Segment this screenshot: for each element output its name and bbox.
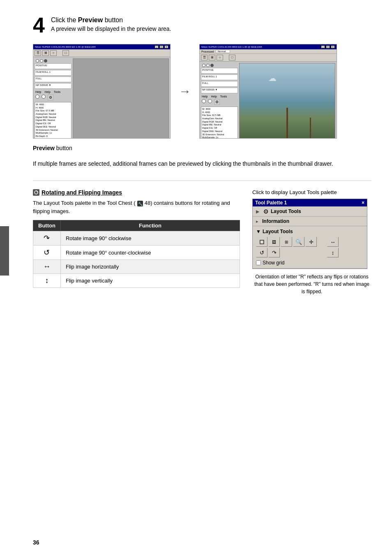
rotating-right: Click to display Layout Tools palette To… [252, 189, 371, 295]
section-divider [33, 181, 371, 181]
lt-zoom-btn[interactable]: 🔍 [293, 237, 304, 247]
palette-caption: Orientation of letter "R" reflects any f… [252, 273, 371, 295]
table-row: ↕Flip image vertically [33, 274, 240, 288]
tool-palette-window: Tool Palette 1 × ▶ ⊙ Layout Tools ▸ Info… [252, 199, 367, 269]
side-tab [0, 226, 9, 276]
information-label: Information [262, 218, 289, 224]
layout-section-label: Layout Tools [263, 229, 293, 234]
layout-tools-circle-icon: ⊙ [263, 208, 268, 215]
lt-crosshair-btn[interactable]: ✛ [305, 237, 317, 247]
table-row: ↷Rotate image 90° clockwise [33, 231, 240, 246]
preview-button-label: Preview button [33, 145, 371, 151]
palette-title: Tool Palette 1 [255, 200, 287, 206]
after-screenshot: Nikon SUPER COOLSCAN 9000 ED 1.00 @ IEEE… [199, 44, 337, 139]
rotating-section: Rotating and Flipping Images The Layout … [33, 189, 371, 295]
step-heading: Click the Preview button [51, 16, 171, 24]
lt-frame-btn[interactable]: 🖼 [268, 237, 280, 247]
show-grid-row: Show grid [256, 260, 364, 266]
table-row: ↺Rotate image 90° counter-clockwise [33, 246, 240, 260]
function-cell: Flip image horizontally [60, 260, 240, 274]
lt-grid-btn[interactable]: ⊞ [281, 237, 292, 247]
button-cell: ↷ [33, 231, 61, 246]
scanner-preview-before [73, 58, 169, 139]
palette-click-label: Click to display Layout Tools palette [252, 189, 371, 195]
scanner-titlebar-before: Nikon SUPER COOLSCAN 9000 ED 1.00 @ IEEE… [33, 44, 170, 49]
button-cell: ↺ [33, 246, 61, 260]
section-heading: Rotating and Flipping Images [33, 189, 240, 196]
scanner-ui-after: Nikon SUPER COOLSCAN 9000 ED 1.00 @ IEEE… [200, 44, 337, 138]
scanner-preview-after: ☁ [239, 63, 335, 139]
description-paragraph: If multiple frames are selected, additio… [33, 160, 371, 168]
palette-layout-tools-item[interactable]: ▶ ⊙ Layout Tools [253, 206, 367, 217]
palette-layout-tools-section: ▼ Layout Tools 🔲 🖼 ⊞ 🔍 ✛ ↺ ↷ [253, 226, 367, 269]
layout-tools-expand-icon: ▶ [256, 209, 259, 214]
lt-scan-btn[interactable]: 🔲 [256, 237, 267, 247]
arrow-right: → [179, 84, 191, 98]
button-cell: ↔ [33, 260, 61, 274]
rotating-left: Rotating and Flipping Images The Layout … [33, 189, 240, 295]
page-number: 36 [33, 539, 39, 546]
layout-section-expand: ▼ [256, 229, 261, 234]
scanner-body-before: POSITIVE FILM ROLL 1 FULL NP 535535 ▼ He… [33, 57, 170, 139]
col-function-header: Function [60, 220, 240, 231]
page-container: 4 Click the Preview button A preview wil… [0, 0, 392, 556]
lt-ccw-btn[interactable]: ↺ [256, 248, 267, 257]
show-grid-checkbox[interactable] [256, 260, 261, 265]
scanner-toolbar-before: ☰ ⊞ ○ □ [33, 49, 170, 57]
function-cell: Rotate image 90° counter-clockwise [60, 246, 240, 260]
lt-cw-btn[interactable]: ↷ [268, 248, 280, 257]
table-row: ↔Flip image horizontally [33, 260, 240, 274]
palette-titlebar: Tool Palette 1 × [253, 199, 367, 206]
scanner-toolbar-after: ☰ ⊞ ○ □ [200, 54, 337, 62]
lt-flip-v-btn[interactable]: ↕ [327, 248, 339, 257]
screenshots-row: Nikon SUPER COOLSCAN 9000 ED 1.00 @ IEEE… [33, 44, 371, 139]
intro-text: The Layout Tools palette in the Tool Che… [33, 199, 240, 215]
function-cell: Rotate image 90° clockwise [60, 231, 240, 246]
layout-tools-label: Layout Tools [271, 208, 301, 214]
rotate-icon [33, 189, 39, 196]
button-cell: ↕ [33, 274, 61, 288]
information-expand-icon: ▸ [256, 219, 258, 224]
scanner-body-after: POSITIVE FILM ROLL 1 FULL NP 535535 ▼ He… [200, 62, 337, 139]
step-content: Click the Preview button A preview will … [51, 16, 171, 32]
palette-close-btn[interactable]: × [362, 200, 364, 206]
function-cell: Flip image vertically [60, 274, 240, 288]
section-heading-text: Rotating and Flipping Images [42, 189, 122, 196]
svg-marker-1 [37, 191, 38, 192]
scanner-ui-before: Nikon SUPER COOLSCAN 9000 ED 1.00 @ IEEE… [33, 44, 170, 138]
step-number: 4 [33, 14, 45, 36]
col-button-header: Button [33, 220, 61, 231]
step-subheading: A preview will be displayed in the previ… [51, 25, 171, 32]
before-screenshot: Nikon SUPER COOLSCAN 9000 ED 1.00 @ IEEE… [33, 44, 171, 139]
tool-chest-icon: 🔧 [137, 200, 143, 207]
show-grid-label: Show grid [263, 260, 284, 266]
palette-information-item[interactable]: ▸ Information [253, 217, 367, 226]
scanner-titlebar-after: Nikon SUPER COOLSCAN 9000 ED 1.00 @ IEEE… [200, 44, 337, 49]
step-section: 4 Click the Preview button A preview wil… [33, 16, 371, 36]
lt-flip-h-btn[interactable]: ↔ [327, 237, 339, 247]
palette-section-header: ▼ Layout Tools [256, 229, 364, 234]
button-function-table: Button Function ↷Rotate image 90° clockw… [33, 220, 240, 288]
svg-text:🔧: 🔧 [138, 202, 143, 206]
